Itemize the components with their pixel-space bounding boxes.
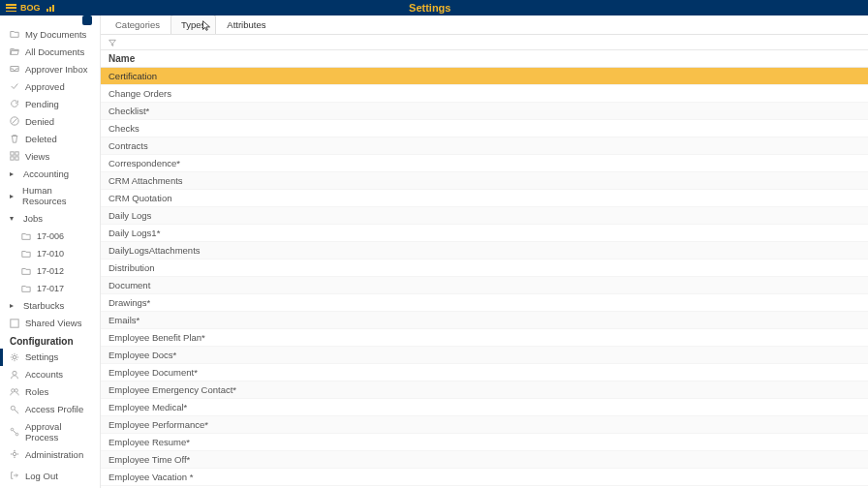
folder-icon bbox=[21, 266, 31, 276]
tree-label: 17-017 bbox=[37, 284, 64, 293]
nav-label: My Documents bbox=[25, 29, 86, 40]
nav-config-item[interactable]: Settings bbox=[0, 349, 100, 366]
table-row[interactable]: Employee Resume* bbox=[101, 434, 868, 451]
tab-attributes[interactable]: Attributes bbox=[216, 15, 276, 34]
nav-label: Approved bbox=[25, 81, 65, 92]
tree-node[interactable]: ▸Accounting bbox=[0, 165, 100, 182]
nav-doc-item[interactable]: Denied bbox=[0, 112, 100, 130]
tree-node[interactable]: ▾Jobs bbox=[0, 210, 100, 228]
nav-config-item[interactable]: Accounts bbox=[0, 366, 100, 383]
nav-label: Access Profile bbox=[25, 404, 83, 414]
share-icon bbox=[10, 319, 19, 328]
check-icon bbox=[10, 81, 19, 91]
inbox-icon bbox=[10, 64, 19, 74]
nav-label: Pending bbox=[25, 99, 59, 109]
tree-label: 17-006 bbox=[37, 231, 64, 241]
page-title: Settings bbox=[56, 2, 804, 14]
nav-doc-item[interactable]: Approver Inbox bbox=[0, 60, 100, 77]
users-icon bbox=[10, 387, 19, 397]
sidebar: My DocumentsAll DocumentsApprover InboxA… bbox=[0, 15, 101, 488]
tree-child[interactable]: 17-006 bbox=[0, 228, 100, 245]
nav-label: Deleted bbox=[25, 134, 57, 144]
ban-icon bbox=[10, 116, 19, 126]
svg-point-6 bbox=[13, 355, 16, 358]
nav-label: Settings bbox=[25, 351, 58, 362]
nav-shared-views[interactable]: Shared Views bbox=[0, 315, 100, 332]
tree-label: Human Resources bbox=[22, 185, 90, 206]
tree-child[interactable]: 17-012 bbox=[0, 262, 100, 280]
svg-rect-3 bbox=[11, 157, 14, 160]
table-row[interactable]: DailyLogsAttachments bbox=[101, 242, 868, 259]
folder-open-icon bbox=[10, 46, 19, 56]
caret-icon: ▸ bbox=[10, 301, 17, 310]
topbar: BOG Settings bbox=[0, 0, 868, 15]
tree-label: Starbucks bbox=[23, 300, 64, 311]
table-row[interactable]: Employee Benefit Plan* bbox=[101, 329, 868, 347]
nav-doc-item[interactable]: Deleted bbox=[0, 130, 100, 147]
config-header: Configuration bbox=[0, 332, 100, 349]
column-header-name[interactable]: Name bbox=[101, 50, 868, 68]
table-row[interactable]: Drawings* bbox=[101, 294, 868, 312]
table-row[interactable]: Daily Logs bbox=[101, 207, 868, 225]
table-row[interactable]: Employee Vacation * bbox=[101, 469, 868, 486]
nav-config-item[interactable]: Approval Process bbox=[0, 418, 100, 446]
nav-label: Shared Views bbox=[25, 318, 81, 328]
table-row[interactable]: Distribution bbox=[101, 259, 868, 277]
filter-row[interactable] bbox=[101, 35, 868, 50]
table-rows: CertificationChange OrdersChecklist*Chec… bbox=[101, 68, 868, 488]
key-icon bbox=[10, 405, 19, 414]
nav-doc-item[interactable]: All Documents bbox=[0, 43, 100, 60]
table-row[interactable]: Correspondence* bbox=[101, 155, 868, 172]
app-logo-icon bbox=[82, 15, 92, 25]
tree-child[interactable]: 17-010 bbox=[0, 245, 100, 262]
table-row[interactable]: CRM Attachments bbox=[101, 172, 868, 190]
table-row[interactable]: Daily Logs1* bbox=[101, 225, 868, 242]
table-row[interactable]: Checks bbox=[101, 120, 868, 137]
table-row[interactable]: Certification bbox=[101, 68, 868, 85]
tree-child[interactable]: 17-017 bbox=[0, 280, 100, 297]
nav-label: Roles bbox=[25, 386, 48, 397]
table-row[interactable]: Change Orders bbox=[101, 85, 868, 103]
folder-icon bbox=[21, 231, 31, 241]
nav-doc-item[interactable]: My Documents bbox=[0, 25, 100, 43]
table-row[interactable]: Employee Document* bbox=[101, 364, 868, 381]
refresh-icon bbox=[10, 99, 19, 108]
svg-point-13 bbox=[13, 453, 16, 456]
table-row[interactable]: CRM Quotation bbox=[101, 190, 868, 207]
table-row[interactable]: Employee Docs* bbox=[101, 347, 868, 364]
table-row[interactable]: Checklist* bbox=[101, 103, 868, 120]
nav-doc-item[interactable]: Pending bbox=[0, 95, 100, 112]
nav-config-item[interactable]: Roles bbox=[0, 383, 100, 401]
folder-icon bbox=[21, 284, 31, 293]
caret-icon: ▸ bbox=[10, 192, 16, 200]
tree-label: 17-010 bbox=[37, 249, 64, 259]
table-row[interactable]: Employee Medical* bbox=[101, 399, 868, 416]
nav-logout[interactable]: Log Out bbox=[0, 467, 100, 484]
tree-label: Accounting bbox=[23, 168, 69, 179]
table-row[interactable]: Employee Time Off* bbox=[101, 451, 868, 469]
table-row[interactable]: Employee Emergency Contact* bbox=[101, 381, 868, 399]
table-row[interactable]: Emails* bbox=[101, 312, 868, 329]
tab-types[interactable]: Types bbox=[170, 15, 216, 34]
tree-node[interactable]: ▸Starbucks bbox=[0, 297, 100, 315]
bars-icon bbox=[46, 4, 56, 12]
brand-text: BOG bbox=[20, 3, 41, 13]
funnel-icon bbox=[108, 37, 116, 48]
svg-rect-2 bbox=[16, 152, 18, 155]
nav-doc-item[interactable]: Approved bbox=[0, 77, 100, 95]
tree-node[interactable]: ▸Human Resources bbox=[0, 182, 100, 210]
dots-icon bbox=[10, 449, 19, 459]
tab-categories[interactable]: Categories bbox=[105, 15, 170, 34]
caret-icon: ▸ bbox=[10, 169, 17, 178]
trash-icon bbox=[10, 134, 19, 143]
gear-icon bbox=[10, 352, 19, 362]
table-row[interactable]: Document bbox=[101, 277, 868, 294]
nav-label: Approver Inbox bbox=[25, 64, 87, 75]
nav-views[interactable]: Views bbox=[0, 147, 100, 165]
table-row[interactable]: Employee Performance* bbox=[101, 416, 868, 434]
menu-button[interactable]: BOG bbox=[6, 3, 56, 13]
nav-config-item[interactable]: Administration bbox=[0, 445, 100, 463]
svg-rect-5 bbox=[11, 319, 18, 326]
table-row[interactable]: Contracts bbox=[101, 137, 868, 155]
nav-config-item[interactable]: Access Profile bbox=[0, 401, 100, 418]
